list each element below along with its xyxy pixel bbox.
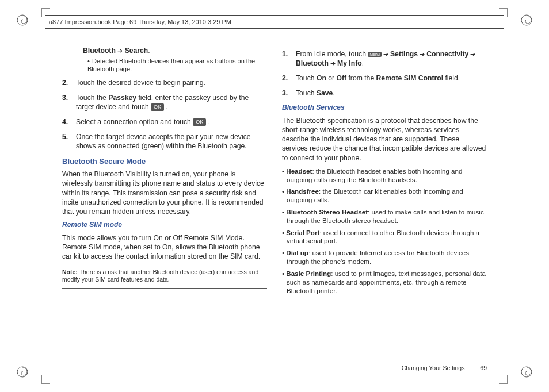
text: . (164, 103, 168, 111)
service-desc: : the Bluetooth headset enables both inc… (287, 167, 462, 183)
divider (62, 288, 267, 289)
item-body: From Idle mode, touch Menu ➔ Settings ➔ … (296, 49, 487, 68)
paragraph: When the Bluetooth Visibility is turned … (62, 170, 267, 216)
text: . (148, 47, 150, 55)
text: from the (346, 74, 376, 82)
text-bold: Passkey (108, 94, 136, 102)
item-number: 4. (62, 117, 71, 126)
spiral-mark-icon (16, 366, 29, 378)
item-number: 2. (282, 74, 291, 83)
text: Touch the (76, 94, 108, 102)
path-segment: Bluetooth (296, 59, 329, 67)
service-item: • Handsfree: the Bluetooth car kit enabl… (282, 187, 487, 205)
service-name: Dial up (286, 249, 308, 256)
text-bold: Save (317, 89, 333, 97)
svg-point-3 (521, 367, 532, 377)
spiral-mark-icon (520, 14, 533, 26)
text: . (362, 59, 364, 67)
list-item: 3. Touch Save. (282, 89, 487, 98)
heading-remote-sim-mode: Remote SIM mode (62, 221, 267, 230)
services-list: • Headset: the Bluetooth headset enables… (282, 167, 487, 295)
service-item: • Bluetooth Stereo Headset: used to make… (282, 208, 487, 225)
heading-bluetooth-services: Bluetooth Services (282, 103, 487, 113)
left-column: Bluetooth ➔ Search. •Detected Bluetooth … (62, 46, 267, 358)
service-item: • Dial up: used to provide Internet acce… (282, 249, 487, 266)
path-segment: Settings (390, 50, 418, 58)
list-item: 3. Touch the Passkey field, enter the pa… (62, 93, 267, 112)
ordered-list: 1. From Idle mode, touch Menu ➔ Settings… (282, 49, 487, 98)
path-segment: Connectivity (426, 50, 468, 58)
text: Select a connection option and touch (76, 118, 193, 126)
crop-mark-icon (41, 375, 50, 384)
arrow-icon: ➔ (329, 60, 337, 67)
page-content: Bluetooth ➔ Search. •Detected Bluetooth … (62, 46, 487, 358)
text-bold: Remote SIM Control (376, 74, 443, 82)
note-body: There is a risk that another Bluetooth d… (62, 268, 258, 283)
list-item: 2. Touch the desired device to begin pai… (62, 78, 267, 87)
menu-button-graphic: Menu (368, 52, 382, 57)
svg-point-0 (17, 15, 28, 25)
bullet-icon: • (87, 57, 92, 66)
path-segment: Bluetooth (83, 47, 117, 55)
text: or (326, 74, 337, 82)
spiral-mark-icon (520, 366, 533, 378)
right-column: 1. From Idle mode, touch Menu ➔ Settings… (282, 46, 487, 358)
footer-title: Changing Your Settings (402, 364, 465, 371)
ordered-list: 2. Touch the desired device to begin pai… (62, 78, 267, 151)
text: . (333, 89, 334, 97)
text: field. (443, 74, 460, 82)
item-body: Touch the desired device to begin pairin… (76, 78, 267, 87)
text: Touch (296, 74, 317, 82)
item-number: 5. (62, 132, 71, 151)
item-number: 1. (282, 49, 291, 68)
text: Touch (296, 89, 317, 97)
paragraph: This mode allows you to turn On or Off R… (62, 233, 267, 261)
item-body: Select a connection option and touch OK … (76, 117, 267, 126)
ok-button-graphic: OK (193, 118, 206, 126)
list-item: 5. Once the target device accepts the pa… (62, 132, 267, 151)
list-item: 1. From Idle mode, touch Menu ➔ Settings… (282, 49, 487, 68)
text: Detected Bluetooth devices then appear a… (87, 57, 255, 72)
text: . (206, 118, 210, 126)
arrow-icon: ➔ (382, 51, 390, 57)
svg-point-2 (17, 367, 28, 377)
text-bold: Off (336, 74, 346, 82)
continued-path: Bluetooth ➔ Search. (83, 46, 267, 55)
arrow-icon: ➔ (468, 51, 475, 57)
page-header-box: a877 Impression.book Page 69 Thursday, M… (45, 15, 504, 29)
list-item: 2. Touch On or Off from the Remote SIM C… (282, 74, 487, 83)
crop-mark-icon (499, 375, 508, 384)
service-name: Bluetooth Stereo Headset (286, 208, 368, 216)
spiral-mark-icon (16, 14, 29, 26)
service-item: • Serial Port: used to connect to other … (282, 229, 487, 246)
arrow-icon: ➔ (418, 51, 426, 57)
text-bold: On (317, 74, 326, 82)
ok-button-graphic: OK (151, 103, 164, 111)
item-body: Touch the Passkey field, enter the passk… (76, 93, 267, 112)
text: From Idle mode, touch (296, 50, 368, 58)
service-name: Serial Port (286, 229, 319, 236)
divider (62, 266, 267, 266)
arrow-icon: ➔ (117, 47, 123, 54)
service-item: • Headset: the Bluetooth headset enables… (282, 167, 487, 185)
service-name: Basic Printing (286, 270, 331, 277)
page-footer: Changing Your Settings 69 (402, 364, 487, 371)
item-number: 2. (62, 78, 71, 87)
service-desc: : used to provide Internet access for Bl… (287, 249, 469, 265)
sub-bullet: •Detected Bluetooth devices then appear … (83, 57, 267, 74)
page-header-text: a877 Impression.book Page 69 Thursday, M… (45, 16, 504, 28)
paragraph: The Bluetooth specification is a protoco… (282, 116, 487, 162)
item-body: Touch Save. (296, 89, 487, 98)
svg-point-1 (521, 15, 532, 25)
item-body: Once the target device accepts the pair … (76, 132, 267, 151)
note-label: Note: (62, 268, 78, 275)
item-number: 3. (282, 89, 291, 98)
note: Note: There is a risk that another Bluet… (62, 268, 267, 283)
item-number: 3. (62, 93, 71, 112)
path-segment: My Info (337, 59, 362, 67)
list-item: 4. Select a connection option and touch … (62, 117, 267, 126)
service-item: • Basic Printing: used to print images, … (282, 270, 487, 295)
service-name: Handsfree (286, 187, 319, 195)
service-name: Headset (286, 167, 312, 175)
item-body: Touch On or Off from the Remote SIM Cont… (296, 74, 487, 83)
